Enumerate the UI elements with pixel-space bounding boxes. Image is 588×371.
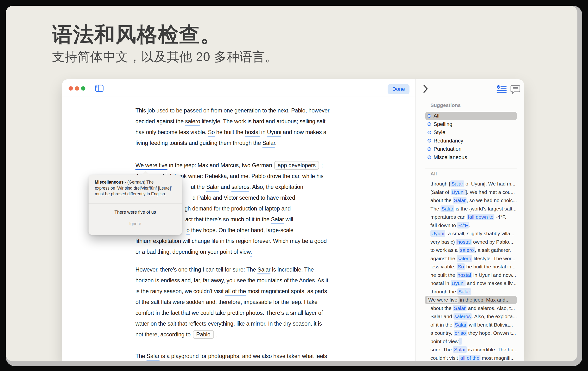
highlighted-token: Salar <box>441 205 454 212</box>
inline-chip[interactable]: app developers <box>274 161 319 170</box>
suggestions-list-icon[interactable] <box>497 85 507 94</box>
text-line[interactable]: living feeding tourists and guiding them… <box>136 138 277 149</box>
suggestion-row[interactable]: Uyuni, a small, slightly shabby villa... <box>416 230 524 238</box>
underlined-issue[interactable]: Salar <box>271 216 284 224</box>
text-line[interactable]: This job used to be passed on from one g… <box>136 105 331 116</box>
popover-arrow <box>141 171 150 175</box>
suggestion-row[interactable]: point of view. <box>416 337 524 346</box>
suggestion-row[interactable]: couldn’t visit all of the most magnifi..… <box>416 354 524 362</box>
chevron-right-icon[interactable] <box>423 84 429 94</box>
underlined-issue[interactable]: Salar <box>147 353 159 361</box>
underlined-issue[interactable]: Salar <box>206 184 219 192</box>
text-line[interactable]: decided against the salero lifestyle. Th… <box>136 116 326 127</box>
filter-circle-icon <box>428 114 431 118</box>
sidebar-filter-miscellaneous[interactable]: Miscellaneous <box>416 153 524 162</box>
underlined-issue[interactable]: hostal <box>245 129 260 137</box>
text-line[interactable]: water on the salt that reflects everythi… <box>136 318 322 329</box>
suggestion-popover: Miscellaneous · (German) The expression … <box>89 175 182 235</box>
suggestion-row[interactable]: Salar and saleros. Also, the exploita... <box>416 312 524 321</box>
highlighted-token: hostal <box>457 272 472 278</box>
zoom-window-icon[interactable] <box>81 86 85 90</box>
suggestion-row[interactable]: The Salar is the {world’s largest salt..… <box>416 205 524 213</box>
text-line[interactable]: We were five in the jeep: Max and Marcus… <box>136 160 323 171</box>
highlighted-token: So <box>457 263 465 270</box>
text-line[interactable]: comfort in the fact that we could take p… <box>136 308 323 318</box>
sidebar-filter-all[interactable]: All <box>425 112 517 120</box>
highlighted-token: Salar <box>453 305 466 311</box>
highlighted-token: Uyuni <box>451 189 465 195</box>
suggestion-row[interactable]: fall down to -4°F. <box>416 221 524 230</box>
popover-divider <box>89 203 182 203</box>
done-button[interactable]: Done <box>388 84 410 94</box>
highlighted-token: salero <box>459 247 475 253</box>
suggestion-row[interactable]: very basic) hostal owned by Pablo,... <box>416 238 524 246</box>
highlighted-token: salero <box>457 255 472 262</box>
underlined-issue[interactable]: salero <box>185 118 200 126</box>
close-window-icon[interactable] <box>69 86 73 90</box>
text-line[interactable]: lithium exploitation will change life in… <box>136 236 327 247</box>
suggestion-row[interactable]: to work as a salero, a salt gatherer. <box>416 246 524 254</box>
highlighted-token: hostal <box>456 239 472 245</box>
text-line[interactable]: is the rainy season, we couldn’t visit a… <box>136 286 327 297</box>
highlighted-token: Salar <box>454 321 467 328</box>
inline-chip[interactable]: Pablo <box>193 330 214 339</box>
underlined-issue[interactable]: We were five <box>136 162 168 170</box>
underlined-issue[interactable]: all of the <box>225 288 246 296</box>
underlined-issue[interactable]: saleros <box>231 184 249 192</box>
page-background: 语法和风格检查。 支持简体中文，以及其他 20 多种语言。 Done Th <box>6 6 578 361</box>
sidebar-filter-punctuation[interactable]: Punctuation <box>416 145 524 153</box>
text-line[interactable]: has only become less viable. So he built… <box>136 127 326 138</box>
suggestion-row[interactable]: less viable. So he built the hostal in..… <box>416 263 524 271</box>
suggestion-row[interactable]: through the Salar. <box>416 288 524 296</box>
ignore-button[interactable]: Ignore <box>89 221 182 226</box>
text-line[interactable]: ut the Salar and saleros. Also, the expl… <box>191 182 303 192</box>
suggestion-row[interactable]: through [Salar of Uyuni]. We had m... <box>416 180 524 188</box>
suggestion-row[interactable]: he built the hostal in Uyuni and now... <box>416 271 524 280</box>
suggestion-row[interactable]: a country, or so they hope. Orwwn t... <box>416 329 524 337</box>
text-line[interactable]: or a bad thing, depending on your point … <box>136 247 252 257</box>
suggestion-row[interactable]: about the Salar, so we had no choic... <box>416 196 524 205</box>
text-line[interactable]: horizon is endless and, far, far away, y… <box>136 275 328 286</box>
highlighted-token: . <box>459 338 462 345</box>
text-line[interactable]: not there, according to Pablo . <box>136 329 218 340</box>
suggestion-list: through [Salar of Uyuni]. We had m...[Sa… <box>416 180 524 361</box>
suggestion-row[interactable]: about the Salar and saleros. Also, t... <box>416 304 524 313</box>
text-line[interactable]: d Pablo and Victor seemed to have mixed <box>192 192 295 203</box>
underlined-issue[interactable]: Salar <box>257 266 270 274</box>
text-line[interactable]: o they hope. On the other hand, large-sc… <box>187 225 294 236</box>
highlighted-token: all of the <box>459 355 480 361</box>
text-line[interactable]: The Salar is a playground for photograph… <box>136 351 327 361</box>
suggestion-row[interactable]: hostal in Uyuni and now makes a liv... <box>416 279 524 288</box>
filter-circle-icon <box>428 155 431 159</box>
suggestions-header: Suggestions <box>430 102 461 108</box>
highlighted-token: Uyuni <box>430 230 445 237</box>
underlined-issue[interactable]: So <box>208 129 215 137</box>
minimize-window-icon[interactable] <box>75 86 79 90</box>
suggestion-row[interactable]: [Salar of Uyuni]. We had met a cou... <box>416 188 524 197</box>
sidebar-filter-style[interactable]: Style <box>416 128 524 137</box>
suggestion-row[interactable]: We were five in the jeep: Max and... <box>425 296 517 304</box>
underlined-issue[interactable]: Uyuni <box>267 129 281 137</box>
underlined-issue[interactable]: . <box>251 249 252 257</box>
sidebar-toggle-icon[interactable] <box>95 85 104 93</box>
suggestion-row[interactable]: of it in the Salar will benefit Bolivia.… <box>416 321 524 329</box>
toolbar-separator <box>62 97 416 97</box>
suggestion-row[interactable]: against the salero lifestyle. The wor... <box>416 254 524 263</box>
text-line[interactable]: act that there’s so much of it in the Sa… <box>185 214 293 225</box>
text-line[interactable]: gh demand for the production of laptop a… <box>185 203 291 214</box>
comment-bubble-icon[interactable] <box>511 85 520 95</box>
sidebar-filter-spelling[interactable]: Spelling <box>416 120 524 129</box>
suggestion-row[interactable]: mperatures can fall down to -4°F. <box>416 213 524 221</box>
text-line[interactable]: However, there’s one thing I can tell fo… <box>136 264 314 275</box>
suggestion-row[interactable]: sure: The Salar is incredible. The ho... <box>416 346 524 354</box>
filter-circle-icon <box>428 131 431 134</box>
text-line[interactable]: of the salt flats were sodden and, there… <box>136 297 318 308</box>
underlined-issue[interactable]: o <box>187 227 189 235</box>
highlighted-token: -4°F <box>457 222 469 229</box>
sidebar-filter-redundancy[interactable]: Redundancy <box>416 137 524 145</box>
editor-pane[interactable]: Done This job used to be passed on from … <box>62 79 416 361</box>
popover-suggestion[interactable]: There were five of us <box>89 210 182 215</box>
highlighted-token: or so <box>454 330 467 336</box>
suggestion-filters: AllSpellingStyleRedundancyPunctuationMis… <box>416 112 524 161</box>
underlined-issue[interactable]: Salar <box>262 140 275 148</box>
